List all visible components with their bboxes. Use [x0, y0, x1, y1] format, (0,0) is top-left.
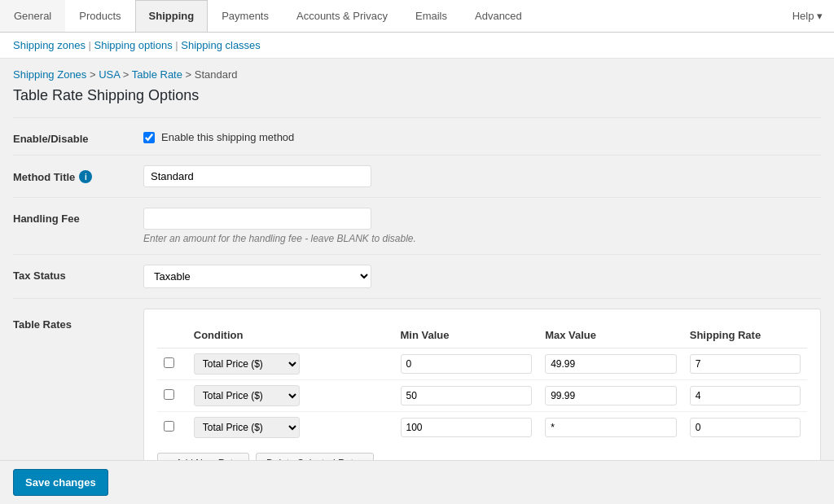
- row1-check-cell: [157, 348, 187, 380]
- table-row: Total Price ($): [157, 380, 807, 412]
- enable-label: Enable/Disable: [13, 128, 143, 145]
- row2-max-input[interactable]: [545, 386, 677, 405]
- tab-accounts-privacy[interactable]: Accounts & Privacy: [283, 0, 402, 32]
- breadcrumb-shipping-zones[interactable]: Shipping Zones: [13, 68, 86, 81]
- tab-products[interactable]: Products: [65, 0, 134, 32]
- handling-fee-input[interactable]: [143, 208, 371, 230]
- method-title-row: Method Title i: [13, 155, 821, 197]
- top-tabs: General Products Shipping Payments Accou…: [0, 0, 536, 32]
- breadcrumb-sep1: >: [90, 68, 99, 81]
- row3-min-input[interactable]: [401, 418, 533, 437]
- row3-checkbox[interactable]: [164, 421, 174, 432]
- handling-fee-row: Handling Fee Enter an amount for the han…: [13, 197, 821, 254]
- tab-emails[interactable]: Emails: [402, 0, 461, 32]
- row2-condition-cell: Total Price ($): [187, 380, 394, 412]
- th-min-value: Min Value: [394, 322, 539, 348]
- method-title-label: Method Title i: [13, 165, 143, 183]
- row2-checkbox[interactable]: [164, 389, 174, 400]
- enable-row: Enable/Disable Enable this shipping meth…: [13, 117, 821, 155]
- breadcrumb: Shipping Zones > USA > Table Rate > Stan…: [0, 59, 834, 84]
- tab-general[interactable]: General: [0, 0, 65, 32]
- help-button[interactable]: Help ▾: [781, 0, 834, 32]
- row2-condition-select[interactable]: Total Price ($): [194, 385, 300, 406]
- method-title-control: [143, 165, 821, 187]
- enable-checkbox[interactable]: [143, 132, 155, 143]
- row1-max-input[interactable]: [545, 354, 677, 374]
- th-condition: Condition: [187, 322, 394, 348]
- row1-rate-cell: [683, 348, 807, 380]
- table-row: Total Price ($): [157, 412, 807, 444]
- method-title-input[interactable]: [143, 165, 371, 187]
- breadcrumb-sep3: >: [186, 68, 195, 81]
- row2-min-cell: [394, 380, 539, 412]
- tab-shipping[interactable]: Shipping: [135, 0, 208, 32]
- row1-min-input[interactable]: [401, 354, 533, 374]
- tax-status-row: Tax Status Taxable None: [13, 254, 821, 298]
- save-changes-button[interactable]: Save changes: [13, 469, 108, 496]
- sep1: |: [89, 39, 94, 51]
- tab-advanced[interactable]: Advanced: [461, 0, 536, 32]
- shipping-zones-link[interactable]: Shipping zones: [13, 39, 86, 51]
- breadcrumb-table-rate[interactable]: Table Rate: [132, 68, 182, 81]
- row1-condition-cell: Total Price ($): [187, 348, 394, 380]
- page-title: Table Rate Shipping Options: [0, 84, 834, 117]
- handling-fee-help: Enter an amount for the handling fee - l…: [143, 233, 821, 244]
- row2-max-cell: [538, 380, 683, 412]
- tax-status-control: Taxable None: [143, 265, 821, 288]
- top-bar: General Products Shipping Payments Accou…: [0, 0, 834, 33]
- row3-rate-cell: [683, 412, 807, 444]
- row1-checkbox[interactable]: [164, 357, 174, 368]
- shipping-classes-link[interactable]: Shipping classes: [181, 39, 261, 51]
- row1-max-cell: [538, 348, 683, 380]
- row3-condition-cell: Total Price ($): [187, 412, 394, 444]
- row2-rate-cell: [683, 380, 807, 412]
- enable-text: Enable this shipping method: [161, 131, 294, 143]
- row3-check-cell: [157, 412, 187, 444]
- th-max-value: Max Value: [538, 322, 683, 348]
- th-check: [157, 322, 187, 348]
- main-content: Enable/Disable Enable this shipping meth…: [0, 117, 834, 504]
- tab-payments[interactable]: Payments: [208, 0, 283, 32]
- table-rates-label: Table Rates: [13, 309, 143, 331]
- table-row: Total Price ($): [157, 348, 807, 380]
- row3-max-input[interactable]: [545, 418, 677, 437]
- th-shipping-rate: Shipping Rate: [683, 322, 807, 348]
- rates-table: Condition Min Value Max Value Shipping R…: [157, 322, 807, 443]
- row1-min-cell: [394, 348, 539, 380]
- shipping-options-link[interactable]: Shipping options: [94, 39, 173, 51]
- sub-navigation: Shipping zones | Shipping options | Ship…: [0, 33, 834, 59]
- row1-condition-select[interactable]: Total Price ($): [194, 353, 300, 375]
- row2-rate-input[interactable]: [690, 386, 801, 405]
- enable-control: Enable this shipping method: [143, 128, 821, 143]
- row2-check-cell: [157, 380, 187, 412]
- tax-status-select[interactable]: Taxable None: [143, 265, 371, 288]
- row3-condition-select[interactable]: Total Price ($): [194, 417, 300, 438]
- breadcrumb-current: Standard: [195, 68, 238, 81]
- row3-min-cell: [394, 412, 539, 444]
- row2-min-input[interactable]: [401, 386, 533, 405]
- save-bar: Save changes: [0, 460, 834, 504]
- method-title-info-icon[interactable]: i: [79, 170, 92, 183]
- breadcrumb-sep2: >: [123, 68, 132, 81]
- handling-fee-control: Enter an amount for the handling fee - l…: [143, 208, 821, 244]
- row1-rate-input[interactable]: [690, 354, 801, 374]
- breadcrumb-usa[interactable]: USA: [99, 68, 120, 81]
- tax-status-label: Tax Status: [13, 265, 143, 282]
- row3-max-cell: [538, 412, 683, 444]
- rates-table-header: Condition Min Value Max Value Shipping R…: [157, 322, 807, 348]
- handling-fee-label: Handling Fee: [13, 208, 143, 225]
- row3-rate-input[interactable]: [690, 418, 801, 437]
